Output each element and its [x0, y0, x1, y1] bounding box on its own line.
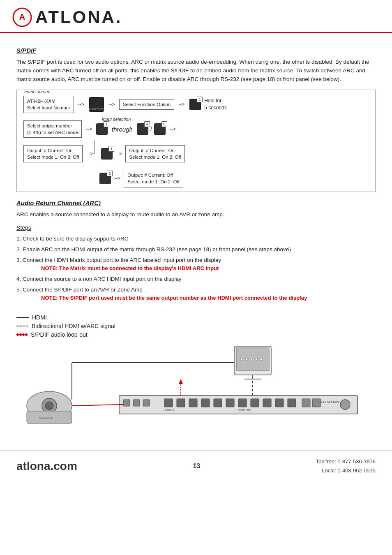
- select-output-box: Select output number (1-4/8) to set ARC …: [23, 120, 82, 138]
- step-3: 3. Connect the HDMI Matrix output port t…: [16, 256, 376, 273]
- btn1-container: 1: [96, 123, 108, 135]
- svg-rect-24: [275, 399, 284, 407]
- through-text: through: [112, 126, 133, 133]
- arrow1: -->: [78, 102, 84, 107]
- row3-arrow2: -->: [116, 151, 122, 157]
- svg-point-10: [260, 358, 263, 361]
- footer-website: atlona.com: [16, 460, 77, 473]
- input-sel-container: input selection 1 through 4: [96, 123, 166, 135]
- svg-rect-14: [143, 400, 150, 406]
- svg-text:AT-H2H-88M: AT-H2H-88M: [321, 400, 339, 404]
- svg-rect-21: [238, 399, 247, 407]
- svg-rect-22: [251, 399, 259, 407]
- spdif-diagram: home screen AT-H2H-XXM Select Input Numb…: [16, 90, 376, 192]
- arc-heading: Audio Return Channel (ARC): [16, 199, 376, 206]
- row3-branch-top: 1 --> Output: # Current: On Select mode …: [95, 145, 184, 162]
- row3-left: Output: # Current: On Select mode 1: On …: [23, 145, 95, 166]
- legend-spdif-label: S/PDIF audio loop-out: [31, 331, 88, 338]
- input-btn4: 4: [137, 123, 148, 135]
- row3-btn2: 2: [99, 173, 111, 184]
- spdif-body: The S/PDIF port is used for two audio op…: [16, 58, 376, 84]
- footer-page-number: 13: [193, 462, 200, 470]
- row3-top-row: Output: # Current: On Select mode 1: On …: [23, 145, 95, 162]
- row3-bot-right-box: Output: # Current: Off Select mode 1: On…: [124, 170, 183, 187]
- footer-local: Local: 1-408-962-0515: [316, 466, 376, 475]
- select-function-box: Select Function Option: [119, 99, 174, 110]
- svg-point-9: [255, 358, 258, 361]
- row2-arrow2: -->: [170, 126, 176, 132]
- row3-arrow1: -->: [87, 151, 93, 157]
- svg-rect-13: [133, 400, 140, 406]
- footer-contact: Toll free: 1-877-536-3976 Local: 1-408-9…: [316, 457, 376, 475]
- main-content: S/PDIF The S/PDIF port is used for two a…: [0, 33, 392, 438]
- row3-branch-bot: 2 --> Output: # Current: Off Select mode…: [99, 170, 183, 187]
- step-2: 2. Enable ARC on the HDMI output of the …: [16, 245, 376, 254]
- home-screen-label: home screen: [24, 89, 51, 94]
- svg-rect-18: [201, 399, 210, 407]
- input-btn1: 1: [96, 123, 108, 135]
- note-3: NOTE: The Matrix must be connected to th…: [41, 264, 376, 273]
- hold-button-container: 1: [189, 99, 202, 110]
- row3-btn1: 1: [101, 148, 113, 160]
- output-current-on-box: Output: # Current: On Select mode 1: On …: [23, 145, 83, 162]
- legend-and-diagram: HDMI Bidirectional HDMI w/ARC signal: [16, 308, 376, 426]
- legend-arc: Bidirectional HDMI w/ARC signal: [16, 323, 376, 329]
- badge1: 1: [197, 97, 203, 102]
- row3-btn2-container: 2: [99, 173, 111, 184]
- diagram-row1: home screen AT-H2H-XXM Select Input Numb…: [23, 96, 369, 113]
- home-screen-box-container: home screen AT-H2H-XXM Select Input Numb…: [23, 96, 74, 113]
- atlona-logo-icon: A: [12, 7, 32, 27]
- row2-arrow1: -->: [86, 126, 92, 132]
- svg-point-28: [340, 400, 350, 409]
- row3-badge1: 1: [108, 146, 114, 152]
- arrow3: -->: [178, 102, 184, 107]
- logo-text: ATLONA.: [35, 7, 122, 27]
- diagram-row2: Select output number (1-4/8) to set ARC …: [23, 120, 369, 138]
- step-5: 5. Connect the S/PDIF port to an AVR or …: [16, 285, 376, 303]
- svg-text:SOURCE: SOURCE: [39, 416, 53, 420]
- row3-branch: 1 --> Output: # Current: On Select mode …: [95, 145, 184, 187]
- row3-arrow3: -->: [114, 176, 120, 181]
- legend-hdmi-label: HDMI: [32, 314, 47, 321]
- steps-heading: Steps: [16, 224, 376, 231]
- btn8-container: 8: [154, 123, 166, 135]
- badge-1: 1: [104, 121, 109, 127]
- diagram-row3: Output: # Current: On Select mode 1: On …: [23, 145, 369, 187]
- footer-toll-free: Toll free: 1-877-536-3976: [316, 457, 376, 466]
- svg-point-8: [250, 358, 253, 361]
- function-button: FUNCTION: [89, 97, 104, 112]
- steps-list: 1. Check to be sure the display supports…: [16, 234, 376, 303]
- svg-rect-17: [189, 399, 197, 407]
- btn4-container: 4: [137, 123, 148, 135]
- svg-rect-27: [312, 399, 321, 407]
- svg-point-34: [45, 402, 53, 410]
- input-sel-buttons: 1 through 4 / 8: [96, 123, 166, 135]
- svg-rect-20: [226, 399, 234, 407]
- arc-body: ARC enables a source connected to a disp…: [16, 210, 376, 219]
- svg-rect-12: [123, 400, 130, 406]
- legend-spdif: S/PDIF audio loop-out: [16, 331, 376, 338]
- svg-point-7: [245, 358, 248, 361]
- svg-text:A: A: [19, 12, 25, 21]
- home-screen-device-box: AT-H2H-XXM Select Input Number: [23, 96, 74, 113]
- legend-and-equipment: HDMI Bidirectional HDMI w/ARC signal: [16, 308, 376, 426]
- logo-container: A ATLONA.: [12, 7, 122, 27]
- page-footer: atlona.com 13 Toll free: 1-877-536-3976 …: [0, 450, 392, 482]
- hold-button: 1: [189, 99, 201, 110]
- svg-line-37: [72, 405, 123, 406]
- row3-top-right-box: Output: # Current: On Select mode 1: On …: [125, 145, 184, 162]
- svg-rect-16: [177, 399, 185, 407]
- badge-8: 8: [161, 121, 167, 127]
- svg-rect-25: [288, 399, 296, 407]
- hold-label: Hold for 5 seconds: [204, 97, 227, 111]
- spdif-heading: S/PDIF: [16, 47, 376, 54]
- note-5: NOTE: The S/PDIF port used must be the s…: [41, 294, 376, 303]
- solid-line-icon: [16, 317, 29, 318]
- legend-hdmi: HDMI: [16, 314, 376, 321]
- equipment-svg: AT-H2H-88M HDMI IN HDMI OUT SOURCE: [16, 342, 370, 424]
- equipment-diagram: AT-H2H-88M HDMI IN HDMI OUT SOURCE: [16, 342, 376, 426]
- badge-4: 4: [144, 121, 150, 127]
- input-btn8: 8: [154, 123, 166, 135]
- svg-point-6: [240, 358, 243, 361]
- svg-text:HDMI OUT: HDMI OUT: [238, 409, 252, 412]
